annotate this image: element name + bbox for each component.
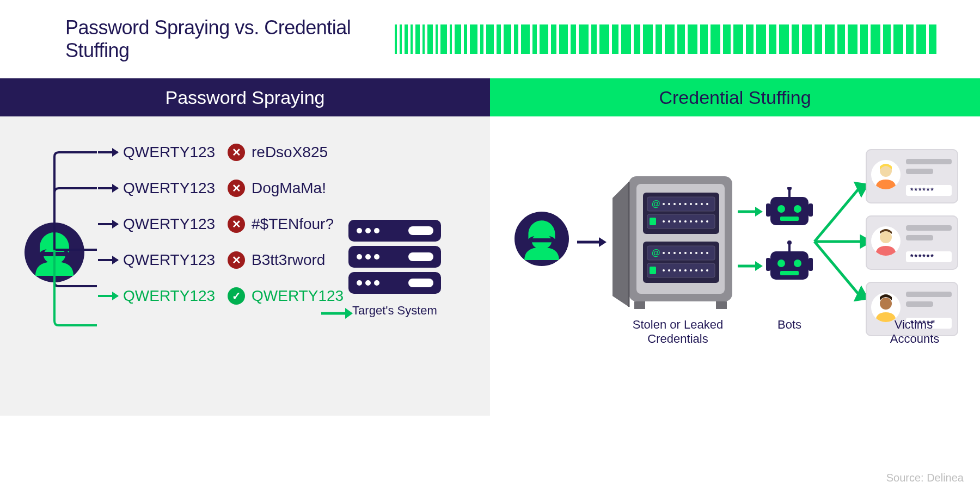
connector-lines	[53, 149, 102, 350]
svg-rect-81	[766, 203, 770, 217]
svg-point-78	[777, 205, 785, 213]
actual-password: QWERTY123	[252, 287, 344, 305]
hacker-icon	[514, 212, 569, 268]
guess-password: QWERTY123	[123, 287, 221, 305]
svg-point-72	[706, 269, 708, 271]
arrow-icon	[98, 223, 118, 225]
svg-point-16	[365, 280, 371, 286]
main-title: Password Spraying vs. Credential Stuffin…	[65, 16, 395, 62]
svg-point-59	[695, 252, 697, 254]
svg-point-48	[701, 220, 703, 223]
header-credential-stuffing: Credential Stuffing	[490, 78, 980, 116]
svg-point-58	[690, 252, 692, 254]
actual-password: B3tt3rword	[252, 251, 325, 269]
svg-point-79	[794, 205, 801, 213]
svg-point-44	[679, 220, 681, 223]
password-mask: ******	[906, 251, 952, 262]
svg-point-65	[668, 269, 670, 271]
svg-point-30	[663, 203, 665, 205]
svg-rect-26	[716, 301, 727, 309]
fanout-arrows-icon	[811, 176, 871, 309]
svg-rect-83	[770, 251, 808, 280]
svg-point-37	[701, 203, 703, 205]
svg-point-42	[668, 220, 670, 223]
svg-line-91	[814, 188, 859, 242]
svg-point-66	[673, 269, 676, 271]
panels: Password Spraying QWERTY123	[0, 78, 980, 416]
password-mask: ******	[906, 185, 952, 196]
attempt-row: QWERTY123✕DogMaMa!	[98, 180, 344, 197]
svg-line-93	[814, 242, 859, 295]
guess-password: QWERTY123	[123, 251, 221, 269]
server-icon	[348, 220, 441, 296]
svg-point-9	[374, 228, 379, 233]
source-attribution: Source: Delinea	[886, 472, 964, 484]
x-icon: ✕	[228, 180, 245, 197]
actual-password: DogMaMa!	[252, 180, 326, 197]
svg-point-55	[673, 252, 676, 254]
actual-password: reDsoX825	[252, 144, 328, 161]
svg-point-15	[357, 280, 362, 286]
svg-point-17	[374, 280, 379, 286]
attempt-row: QWERTY123✓QWERTY123	[98, 287, 344, 305]
svg-point-8	[365, 228, 371, 233]
arrow-icon	[738, 261, 764, 274]
svg-rect-89	[766, 258, 770, 271]
target-system-label: Target's System	[348, 304, 441, 318]
svg-rect-14	[408, 252, 433, 261]
svg-point-34	[684, 203, 687, 205]
barcode-decoration	[395, 24, 936, 54]
svg-point-96	[880, 298, 892, 310]
svg-point-41	[663, 220, 665, 223]
bots-label: Bots	[762, 318, 817, 332]
svg-point-33	[679, 203, 681, 205]
svg-point-53	[663, 252, 665, 254]
arrow-icon	[98, 295, 118, 297]
arrow-icon	[577, 237, 608, 250]
svg-point-77	[787, 187, 792, 190]
svg-rect-88	[780, 271, 799, 275]
svg-point-57	[684, 252, 687, 254]
svg-rect-18	[408, 279, 433, 287]
guess-password: QWERTY123	[123, 144, 221, 161]
svg-point-49	[706, 220, 708, 223]
guess-password: QWERTY123	[123, 215, 221, 233]
svg-point-36	[695, 203, 697, 205]
cs-body: @ @	[490, 116, 980, 416]
guess-password: QWERTY123	[123, 180, 221, 197]
ps-body: QWERTY123✕reDsoX825QWERTY123✕DogMaMa!QWE…	[0, 116, 490, 416]
actual-password: #$TENfour?	[252, 215, 334, 233]
arrow-icon	[98, 259, 118, 261]
svg-text:@: @	[652, 199, 660, 208]
svg-point-60	[701, 252, 703, 254]
server-stack: Target's System	[348, 220, 441, 318]
panel-password-spraying: Password Spraying QWERTY123	[0, 78, 490, 416]
bots-icon	[765, 187, 814, 293]
victim-card: ******	[866, 149, 958, 203]
avatar-icon	[871, 160, 901, 189]
svg-point-64	[663, 269, 665, 271]
avatar-icon	[871, 226, 901, 256]
svg-point-85	[787, 240, 792, 245]
victims-label: Victims' Accounts	[871, 318, 958, 346]
safe-label: Stolen or Leaked Credentials	[618, 318, 738, 346]
svg-point-35	[690, 203, 692, 205]
svg-rect-25	[634, 301, 645, 309]
attempt-row: QWERTY123✕reDsoX825	[98, 144, 344, 161]
arrow-icon	[738, 206, 764, 219]
svg-point-71	[701, 269, 703, 271]
svg-point-32	[673, 203, 676, 205]
svg-point-43	[673, 220, 676, 223]
attempt-rows: QWERTY123✕reDsoX825QWERTY123✕DogMaMa!QWE…	[98, 144, 344, 323]
panel-credential-stuffing: Credential Stuffing	[490, 78, 980, 416]
svg-point-67	[679, 269, 681, 271]
svg-point-69	[690, 269, 692, 271]
svg-point-86	[777, 260, 785, 267]
svg-point-54	[668, 252, 670, 254]
svg-point-61	[706, 252, 708, 254]
svg-point-38	[706, 203, 708, 205]
svg-point-46	[690, 220, 692, 223]
victim-card: ******	[866, 215, 958, 270]
svg-rect-40	[650, 218, 656, 225]
svg-point-87	[794, 260, 801, 267]
